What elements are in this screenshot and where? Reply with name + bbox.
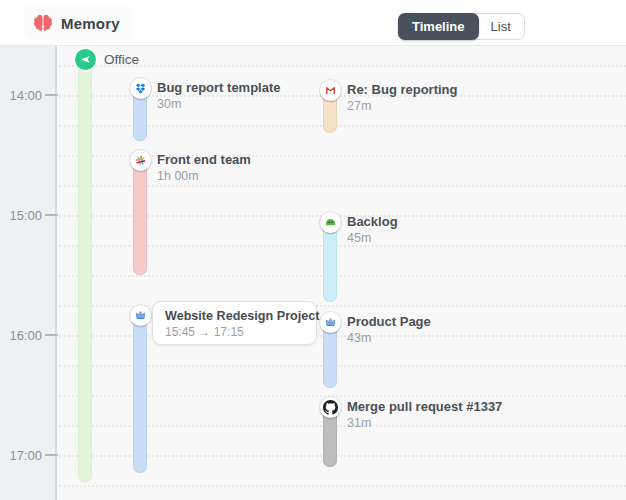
app-logo[interactable]: Memory: [24, 6, 132, 40]
entry-duration: 45m: [347, 231, 371, 245]
gridline: [59, 275, 626, 277]
gmail-icon[interactable]: [320, 80, 341, 101]
hour-tick: [45, 334, 58, 336]
entry-title: Front end team: [157, 152, 251, 167]
entry-duration: 31m: [347, 416, 371, 430]
time-label: 15:00: [4, 208, 42, 223]
office-track-label: Office: [104, 52, 139, 67]
entry-bar-website-redesign[interactable]: [133, 311, 147, 473]
office-track-bar[interactable]: [78, 55, 92, 482]
brain-icon: [32, 12, 54, 34]
view-toggle: Timeline List: [398, 13, 525, 40]
entry-title: Product Page: [347, 314, 431, 329]
monster-icon[interactable]: [320, 212, 341, 233]
entry-title: Backlog: [347, 214, 398, 229]
time-axis-gutter: [0, 46, 57, 500]
entry-title: Bug report template: [157, 80, 281, 95]
tooltip-time-range: 15:45 → 17:15: [165, 325, 304, 339]
entry-title: Re: Bug reporting: [347, 82, 458, 97]
entry-duration: 30m: [157, 97, 181, 111]
memory-app-window: 14:00 15:00 16:00 17:00 Office Bug repor…: [0, 0, 626, 500]
gridline: [59, 65, 626, 67]
m-crown-icon[interactable]: [130, 305, 151, 326]
dropbox-icon[interactable]: [130, 78, 151, 99]
entry-duration: 43m: [347, 331, 371, 345]
time-label: 14:00: [4, 88, 42, 103]
entry-bar-front-end-team[interactable]: [133, 156, 147, 275]
tab-list[interactable]: List: [478, 14, 524, 39]
entry-title: Merge pull request #1337: [347, 399, 502, 414]
entry-tooltip: Website Redesign Project 15:45 → 17:15: [152, 301, 317, 345]
tab-timeline[interactable]: Timeline: [398, 13, 479, 40]
tooltip-title: Website Redesign Project: [165, 309, 304, 323]
entry-duration: 27m: [347, 99, 371, 113]
office-location-icon[interactable]: [75, 49, 96, 70]
app-name: Memory: [61, 15, 120, 32]
time-label: 16:00: [4, 328, 42, 343]
slack-icon[interactable]: [130, 150, 151, 171]
navigation-arrow-icon: [80, 54, 91, 65]
hour-tick: [45, 214, 58, 216]
github-icon[interactable]: [320, 397, 341, 418]
entry-duration: 1h 00m: [157, 169, 199, 183]
time-label: 17:00: [4, 448, 42, 463]
gridline: [59, 485, 626, 487]
hour-tick: [45, 454, 58, 456]
hour-tick: [45, 94, 58, 96]
app-header: Memory Timeline List: [0, 0, 626, 46]
m-crown-icon[interactable]: [320, 312, 341, 333]
